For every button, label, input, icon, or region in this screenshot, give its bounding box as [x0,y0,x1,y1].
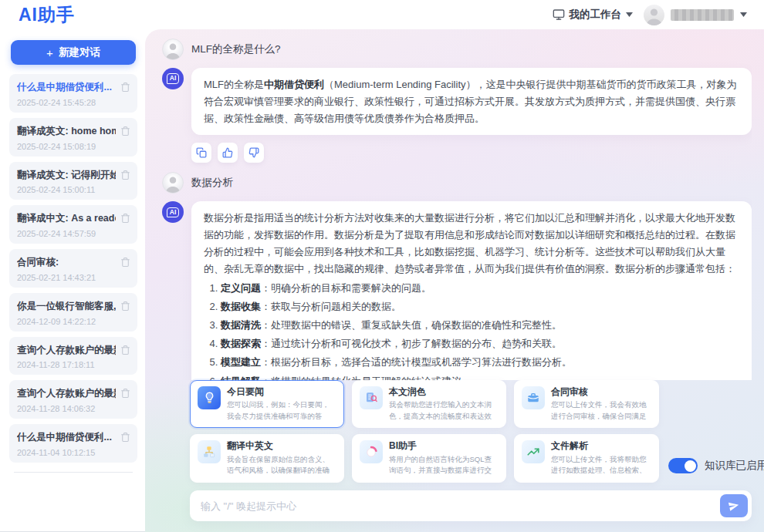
feature-desc: 您可以问我，例如：今日要闻，我会尽力提供准确和可靠的答案。 [227,399,336,422]
sidebar-divider [14,472,133,473]
feature-desc: 将用户的自然语言转化为SQL查询语句，并直接与数据库进行交互，返回智能推荐的图表… [389,454,499,476]
delete-icon[interactable] [120,170,130,180]
conversation-title: 翻译成英文: 记得刚开始... [17,168,116,183]
conversation-item[interactable]: 查询个人存款账户的最新... 2024-11-28 17:18:11 [9,337,137,375]
conversation-item[interactable]: 什么是中期借贷便利... 2025-02-24 15:45:28 [9,74,137,113]
feature-card-translate[interactable]: 翻译中英文 我会旨在保留原始信息的含义、语气和风格，以确保翻译的准确性和自然流畅… [190,434,344,483]
username-redacted [671,9,734,21]
briefcase-icon [522,386,545,409]
thumbs-down-icon[interactable] [244,143,264,163]
translate-icon [198,440,221,463]
paper-plane-icon [728,500,740,512]
ai-message-card: MLF的全称是中期借贷便利（Medium-term Lending Facili… [191,68,752,135]
step-item: 结果解释：将模型的结果转化为易于理解的结论或建议。 [221,374,739,380]
new-conversation-label: 新建对话 [59,45,100,59]
conversation-time: 2025-02-24 15:08:19 [17,142,116,151]
feature-cards: 今日要闻 您可以问我，例如：今日要闻，我会尽力提供准确和可靠的答案。 本文润色 … [190,380,659,483]
user-account-menu[interactable] [644,5,747,25]
conversation-time: 2025-02-24 14:57:59 [17,229,116,238]
feature-title: 翻译中英文 [227,440,336,453]
step-item: 数据探索：通过统计分析和可视化技术，初步了解数据的分布、趋势和关联。 [221,336,739,352]
top-header: AI助手 我的工作台 [0,0,764,29]
new-conversation-button[interactable]: + 新建对话 [11,40,136,65]
plus-icon: + [46,46,53,59]
knowledge-base-label: 知识库已启用 [705,459,764,473]
step-item: 数据清洗：处理数据中的错误、重复或缺失值，确保数据的准确性和完整性。 [221,318,739,333]
message-list: MLF的全称是什么? AI MLF的全称是中期借贷便利（Medium-term … [162,39,752,380]
conversation-title: 查询个人存款账户的最新... [17,386,116,401]
send-button[interactable] [720,494,748,517]
ai-avatar-icon: AI [162,68,184,89]
analysis-steps-list: 定义问题：明确分析的目标和需要解决的问题。 数据收集：获取与分析问题相关的数据。… [221,281,739,380]
step-item: 模型建立：根据分析目标，选择合适的统计模型或机器学习算法进行数据分析。 [221,355,739,370]
user-avatar [162,39,184,60]
user-message: MLF的全称是什么? [162,39,752,60]
delete-icon[interactable] [120,126,130,136]
conversation-time: 2024-12-09 14:22:12 [17,317,116,326]
delete-icon[interactable] [120,257,130,268]
feature-title: 今日要闻 [227,386,336,399]
prompt-input-bar [190,490,752,521]
feature-desc: 我会帮助您进行您输入的文本润色，提高文本的流畅度和表达效果。 [389,399,499,422]
conversation-title: 合同审核: [17,255,116,270]
feature-desc: 您可以上传文件，我将帮助您进行如数据处理、信息检索、自动化办公等。 [551,454,651,476]
conversation-item[interactable]: 翻译成英文: home home 2025-02-24 15:08:19 [9,118,137,157]
thumbs-up-icon[interactable] [218,143,238,163]
conversation-time: 2025-02-24 15:45:28 [17,98,116,107]
bottom-section: 今日要闻 您可以问我，例如：今日要闻，我会尽力提供准确和可靠的答案。 本文润色 … [190,380,752,521]
ai-message: AI 数据分析是指用适当的统计分析方法对收集来的大量数据进行分析，将它们加以汇总… [162,201,752,379]
chevron-down-icon [740,12,747,17]
conversation-item[interactable]: 翻译成中文: As a reader... 2025-02-24 14:57:5… [9,205,137,244]
feature-title: BI助手 [389,440,499,453]
conversation-item[interactable]: 什么是中期借贷便利... 2024-11-04 10:12:15 [9,424,137,463]
conversation-title: 你是一位银行智能客服, ... [17,299,116,314]
conversation-title: 查询个人存款账户的最新... [17,343,116,358]
delete-icon[interactable] [120,388,130,399]
knowledge-base-toggle[interactable] [668,458,698,473]
conversation-time: 2024-11-04 10:12:15 [17,448,116,457]
user-message-text: 数据分析 [191,176,233,190]
feature-card-parse[interactable]: 文件解析 您可以上传文件，我将帮助您进行如数据处理、信息检索、自动化办公等。 [514,434,659,483]
feature-card-contract[interactable]: 合同审核 您可以上传文件，我会有效地进行合同审核，确保合同满足您的业务需求。 [514,380,659,429]
ai-text-bold: 中期借贷便利 [264,79,324,90]
delete-icon[interactable] [120,82,130,93]
prompt-input[interactable] [201,500,720,512]
conversation-list: 什么是中期借贷便利... 2025-02-24 15:45:28 翻译成英文: … [9,74,137,463]
conversation-item[interactable]: 合同审核: 2025-02-21 14:43:21 [9,249,137,288]
user-message-text: MLF的全称是什么? [191,42,281,56]
conversation-item[interactable]: 查询个人存款账户的最新... 2024-11-28 14:06:32 [9,380,137,419]
feature-title: 合同审核 [551,386,651,399]
pie-chart-icon [360,440,383,463]
conversation-time: 2025-02-24 15:00:11 [17,185,116,194]
trend-chart-icon [522,440,545,463]
feature-card-polish[interactable]: 本文润色 我会帮助您进行您输入的文本润色，提高文本的流畅度和表达效果。 [352,380,506,429]
ai-avatar-icon: AI [162,201,184,223]
feature-card-news[interactable]: 今日要闻 您可以问我，例如：今日要闻，我会尽力提供准确和可靠的答案。 [190,380,344,429]
conversation-title: 翻译成中文: As a reader... [17,211,116,226]
app-logo: AI助手 [19,3,75,27]
workspace-label: 我的工作台 [570,8,622,22]
workspace-menu[interactable]: 我的工作台 [553,8,634,22]
chevron-down-icon [626,12,633,17]
conversation-item[interactable]: 你是一位银行智能客服, ... 2024-12-09 14:22:12 [9,293,137,332]
feature-card-bi[interactable]: BI助手 将用户的自然语言转化为SQL查询语句，并直接与数据库进行交互，返回智能… [352,434,506,483]
conversation-time: 2024-11-28 14:06:32 [17,404,116,413]
step-item: 数据收集：获取与分析问题相关的数据。 [221,299,739,315]
conversation-title: 什么是中期借贷便利... [17,430,116,445]
step-item: 定义问题：明确分析的目标和需要解决的问题。 [221,281,739,296]
delete-icon[interactable] [120,345,130,355]
conversation-title: 翻译成英文: home home [17,124,116,139]
copy-icon[interactable] [191,143,211,163]
conversation-item[interactable]: 翻译成英文: 记得刚开始... 2025-02-24 15:00:11 [9,162,137,200]
ai-message-card: 数据分析是指用适当的统计分析方法对收集来的大量数据进行分析，将它们加以汇总和理解… [191,201,752,379]
conversation-sidebar: + 新建对话 什么是中期借贷便利... 2025-02-24 15:45:28 … [0,29,145,532]
user-message: 数据分析 [162,172,752,194]
ai-text: MLF的全称是 [204,79,264,90]
delete-icon[interactable] [120,432,130,443]
delete-icon[interactable] [120,301,130,311]
bulb-icon [198,386,221,409]
feature-title: 本文润色 [389,386,499,399]
polish-icon [360,386,383,409]
user-avatar [644,5,664,25]
delete-icon[interactable] [120,213,130,224]
